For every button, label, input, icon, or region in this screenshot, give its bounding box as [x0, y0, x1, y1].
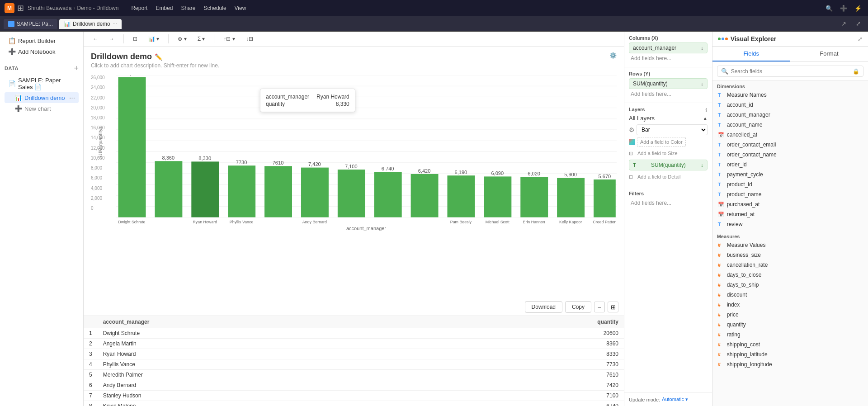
sort-desc-button[interactable]: ↓⊟ — [242, 34, 257, 43]
calc-button[interactable]: Σ ▾ — [194, 34, 209, 43]
measure-item[interactable]: #discount — [712, 290, 868, 300]
sidebar-item-drilldown[interactable]: 📊 Drilldown demo ⋯ — [5, 92, 79, 103]
dimension-item[interactable]: Tpayment_cycle — [712, 170, 868, 179]
add-size-button[interactable]: Add a field to Size — [635, 149, 680, 158]
chevron-up-icon[interactable]: ▲ — [703, 116, 708, 121]
tab-fields[interactable]: Fields — [712, 47, 790, 61]
sidebar-datasource[interactable]: 📄 SAMPLE: Paper Sales 📄 — [5, 75, 79, 92]
dimension-item[interactable]: 📅purchased_at — [712, 199, 868, 209]
measure-item[interactable]: #business_size — [712, 250, 868, 260]
dimension-item[interactable]: Taccount_manager — [712, 110, 868, 120]
back-button[interactable]: ← — [89, 34, 102, 43]
update-mode-value[interactable]: Automatic ▾ — [662, 397, 688, 402]
rows-field-sort-icon[interactable]: ↓ — [701, 81, 703, 86]
dimension-item[interactable]: 📅cancelled_at — [712, 130, 868, 140]
bar-stanley[interactable] — [338, 170, 365, 217]
dimension-item[interactable]: Taccount_id — [712, 100, 868, 110]
search-lock-icon[interactable]: 🔒 — [853, 68, 859, 75]
forward-button[interactable]: → — [105, 34, 118, 43]
measure-item[interactable]: #quantity — [712, 320, 868, 330]
sidebar-item-new-chart[interactable]: ➕ New chart — [5, 103, 79, 114]
sidebar-item-add-notebook[interactable]: ➕ Add Notebook — [5, 46, 79, 57]
ve-expand-icon[interactable]: ⤢ — [858, 36, 863, 42]
measure-item[interactable]: #shipping_longitude — [712, 359, 868, 369]
bar-angela[interactable] — [155, 161, 182, 217]
zoom-out-button[interactable]: − — [594, 302, 605, 312]
fullscreen-icon[interactable]: ⤢ — [852, 18, 864, 30]
rows-field-box[interactable]: SUM(quantity) ↓ — [629, 78, 708, 89]
data-button[interactable]: ⊕ ▾ — [174, 34, 190, 43]
sidebar-item-report-builder[interactable]: 📋 Report Builder — [5, 35, 79, 46]
sum-field-arrow-icon[interactable]: ↓ — [701, 162, 703, 168]
measure-item[interactable]: #days_to_close — [712, 270, 868, 280]
nav-embed[interactable]: Embed — [152, 4, 176, 12]
export-icon[interactable]: ↗ — [837, 18, 850, 30]
measure-item[interactable]: #price — [712, 310, 868, 320]
dimension-item[interactable]: 📅returned_at — [712, 209, 868, 219]
search-input[interactable] — [731, 68, 850, 75]
measure-item[interactable]: #index — [712, 300, 868, 310]
dimension-item[interactable]: Torder_contact_name — [712, 150, 868, 160]
bar-phyllis[interactable] — [228, 165, 255, 217]
copy-button[interactable]: Copy — [565, 301, 591, 313]
add-color-button[interactable]: Add a field to Color — [637, 137, 686, 147]
columns-field-sort-icon[interactable]: ↓ — [701, 45, 703, 51]
layer-type-dropdown[interactable]: Bar Line Area — [637, 124, 708, 135]
brand: M ⊞ — [5, 3, 24, 13]
download-button[interactable]: Download — [525, 301, 562, 313]
bar-meredith[interactable] — [264, 166, 292, 217]
add-icon[interactable]: ➕ — [838, 3, 849, 14]
measure-item[interactable]: #shipping_latitude — [712, 349, 868, 359]
chart-view-button[interactable]: 📊 ▾ — [145, 34, 163, 43]
bar-creed[interactable] — [594, 179, 616, 217]
measure-item[interactable]: #shipping_cost — [712, 340, 868, 349]
measure-item[interactable]: #rating — [712, 330, 868, 340]
bar-kelly[interactable] — [557, 178, 585, 217]
bar-erin[interactable] — [520, 177, 548, 217]
columns-field-box[interactable]: account_manager ↓ — [629, 42, 708, 53]
columns-add-field[interactable]: Add fields here... — [629, 53, 708, 63]
bar-ryan[interactable] — [191, 161, 219, 217]
dimension-item[interactable]: Tproduct_name — [712, 189, 868, 199]
filters-add-field[interactable]: Add fields here... — [629, 198, 708, 208]
gear-icon[interactable]: ⚙ — [629, 126, 635, 133]
zoom-in-button[interactable]: ⊞ — [608, 302, 618, 312]
measure-name: Measure Values — [727, 242, 766, 248]
dimension-item[interactable]: Taccount_name — [712, 120, 868, 130]
rows-add-field[interactable]: Add fields here... — [629, 89, 708, 99]
measure-item[interactable]: #days_to_ship — [712, 280, 868, 290]
dimension-item[interactable]: TMeasure Names — [712, 90, 868, 100]
tab-demo[interactable]: 📊 Drilldown demo ⋯ — [59, 19, 122, 29]
search-icon[interactable]: 🔍 — [824, 3, 835, 14]
dimension-item[interactable]: Tproduct_id — [712, 179, 868, 189]
edit-title-icon[interactable]: ✏️ — [155, 53, 162, 61]
bar-michael[interactable] — [484, 176, 511, 217]
bar-pam[interactable] — [447, 175, 475, 217]
measure-item[interactable]: #cancellation_rate — [712, 260, 868, 270]
tab-format[interactable]: Format — [790, 47, 868, 61]
sort-asc-button[interactable]: ↑⊟ ▾ — [220, 34, 238, 43]
nav-view[interactable]: View — [231, 4, 250, 12]
sidebar-add-button[interactable]: + — [74, 64, 79, 72]
add-detail-button[interactable]: Add a field to Detail — [635, 172, 683, 181]
info-icon[interactable]: ℹ — [705, 107, 708, 113]
bar-andy[interactable] — [301, 168, 329, 217]
nav-report[interactable]: Report — [127, 4, 151, 12]
chart-settings-icon[interactable]: ⚙️ — [609, 52, 617, 59]
chart-type-button[interactable]: ⊡ — [129, 34, 141, 43]
dimension-item[interactable]: Torder_contact_email — [712, 140, 868, 150]
tab-demo-menu-icon[interactable]: ⋯ — [113, 21, 117, 26]
dimension-item[interactable]: Torder_id — [712, 160, 868, 170]
nav-schedule[interactable]: Schedule — [200, 4, 230, 12]
tab-sample[interactable]: SAMPLE: Pa... — [4, 19, 57, 29]
bar-kevin[interactable] — [374, 172, 402, 217]
measure-item[interactable]: #Measure Values — [712, 240, 868, 250]
settings-icon[interactable]: ⚡ — [853, 3, 863, 14]
chart-subtitle[interactable]: Click to add chart description. Shift-en… — [91, 62, 219, 69]
bar-dwight[interactable] — [118, 77, 146, 217]
bar-oscar[interactable] — [411, 174, 439, 217]
sum-quantity-field[interactable]: T SUM(quantity) ↓ — [629, 160, 708, 170]
nav-share[interactable]: Share — [178, 4, 199, 12]
dimension-item[interactable]: Treview — [712, 219, 868, 229]
chart-options-icon[interactable]: ⋯ — [69, 94, 75, 101]
